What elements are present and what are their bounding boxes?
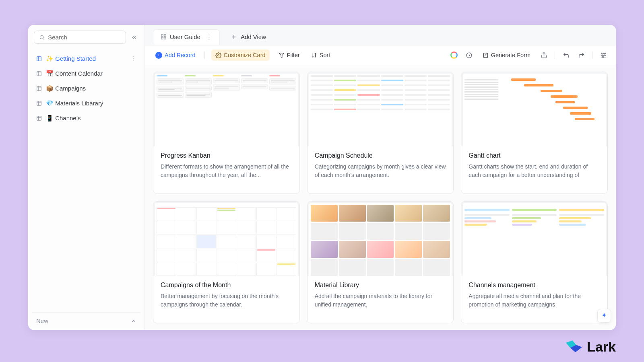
settings-icon — [600, 52, 607, 59]
customize-card-button[interactable]: Customize Card — [211, 49, 270, 61]
generate-form-label: Generate Form — [491, 52, 530, 58]
card-campaigns-of-month[interactable]: Campaigns of the Month Better management… — [153, 201, 300, 323]
card-gantt-chart[interactable]: Gantt chart Gantt charts show the start,… — [461, 72, 608, 194]
card-title: Channels management — [469, 282, 600, 289]
svg-rect-19 — [161, 37, 163, 39]
more-icon[interactable]: ⋮ — [130, 55, 136, 62]
sparkle-icon — [601, 312, 608, 319]
table-icon — [36, 56, 42, 62]
main-content: User Guide ⋮ ＋ Add View + Add Record Cus… — [145, 25, 616, 330]
sidebar-item-content-calendar[interactable]: 📅 Content Calendar ⋮ — [32, 66, 140, 81]
card-progress-kanban[interactable]: Progress Kanban Different formats to sho… — [153, 72, 300, 194]
toolbar: + Add Record Customize Card Filter Sort — [145, 45, 616, 65]
color-ring-icon — [450, 51, 458, 59]
sidebar-item-label: ✨ Getting Started — [46, 55, 96, 62]
sidebar-item-channels[interactable]: 📱 Channels ⋮ — [32, 111, 140, 125]
tab-user-guide[interactable]: User Guide ⋮ — [153, 29, 220, 45]
refresh-icon — [466, 52, 473, 59]
search-box[interactable] — [34, 31, 126, 44]
sidebar: ✨ Getting Started ⋮ 📅 Content Calendar ⋮… — [28, 25, 145, 330]
search-input[interactable] — [48, 34, 121, 41]
sidebar-item-label: 📱 Channels — [46, 115, 81, 122]
sidebar-item-label: 💎 Materials Libarary — [46, 100, 103, 107]
form-icon — [483, 52, 489, 58]
card-preview — [461, 72, 607, 146]
card-material-library[interactable]: Material Library Add all the campaign ma… — [307, 201, 454, 323]
brand-name: Lark — [587, 339, 616, 355]
customize-card-label: Customize Card — [224, 52, 266, 58]
svg-rect-14 — [37, 116, 41, 120]
refresh-button[interactable] — [465, 51, 474, 60]
gallery-view-icon — [161, 34, 167, 40]
card-preview — [308, 202, 454, 276]
tabs-bar: User Guide ⋮ ＋ Add View — [145, 25, 616, 45]
app-window: ✨ Getting Started ⋮ 📅 Content Calendar ⋮… — [28, 25, 616, 330]
sort-button[interactable]: Sort — [309, 50, 333, 60]
settings-button[interactable] — [599, 51, 608, 60]
add-view-button[interactable]: ＋ Add View — [223, 28, 273, 45]
plus-icon: ＋ — [230, 32, 237, 41]
ai-assistant-fab[interactable] — [597, 309, 611, 323]
svg-rect-20 — [164, 37, 166, 39]
svg-rect-2 — [37, 56, 41, 61]
card-grid: Progress Kanban Different formats to sho… — [145, 65, 616, 330]
table-icon — [36, 86, 42, 91]
add-record-button[interactable]: + Add Record — [153, 50, 198, 61]
card-title: Campaigns of the Month — [161, 282, 292, 289]
add-record-label: Add Record — [165, 52, 196, 58]
nav-list: ✨ Getting Started ⋮ 📅 Content Calendar ⋮… — [32, 51, 140, 312]
svg-line-1 — [43, 38, 44, 39]
card-preview — [153, 202, 299, 276]
filter-button[interactable]: Filter — [276, 50, 302, 60]
svg-point-21 — [217, 54, 219, 56]
generate-form-button[interactable]: Generate Form — [480, 50, 533, 60]
card-description: Different formats to show the arrangemen… — [161, 162, 292, 179]
svg-rect-17 — [161, 35, 163, 36]
svg-rect-24 — [483, 53, 487, 57]
undo-icon — [563, 52, 570, 59]
filter-label: Filter — [287, 52, 300, 58]
table-icon — [36, 115, 42, 121]
svg-point-29 — [602, 53, 603, 54]
sidebar-item-label: 📦 Campaigns — [46, 85, 86, 92]
card-preview — [308, 72, 454, 146]
card-description: Categorizing campaigns by month gives a … — [315, 162, 446, 179]
divider — [555, 51, 555, 59]
card-title: Gantt chart — [469, 152, 600, 159]
more-icon[interactable]: ⋮ — [206, 33, 212, 41]
add-view-label: Add View — [241, 33, 266, 40]
card-description: Gantt charts show the start, end and dur… — [469, 162, 600, 179]
svg-rect-18 — [164, 35, 166, 36]
redo-button[interactable] — [577, 51, 586, 60]
card-preview — [461, 202, 607, 276]
card-title: Material Library — [315, 282, 446, 289]
color-theme-button[interactable] — [450, 51, 458, 60]
share-button[interactable] — [539, 51, 548, 60]
collapse-sidebar-button[interactable] — [129, 33, 139, 42]
sidebar-item-getting-started[interactable]: ✨ Getting Started ⋮ — [32, 51, 140, 66]
svg-rect-5 — [37, 71, 41, 76]
table-icon — [36, 71, 42, 76]
chevron-double-left-icon — [131, 34, 137, 41]
lark-mark-icon — [565, 339, 583, 355]
sidebar-footer[interactable]: New — [32, 312, 140, 324]
card-campaign-schedule[interactable]: Campaign Schedule Categorizing campaigns… — [307, 72, 454, 194]
card-title: Progress Kanban — [161, 152, 292, 159]
svg-point-31 — [602, 56, 603, 58]
card-channels-management[interactable]: Channels management Aggregate all media … — [461, 201, 608, 323]
divider — [204, 51, 205, 59]
sidebar-item-campaigns[interactable]: 📦 Campaigns ⋮ — [32, 81, 140, 96]
card-title: Campaign Schedule — [315, 152, 446, 159]
card-description: Better management by focusing on the mon… — [161, 292, 292, 309]
sidebar-item-materials-library[interactable]: 💎 Materials Libarary ⋮ — [32, 96, 140, 111]
redo-icon — [578, 52, 585, 59]
svg-marker-22 — [279, 53, 284, 57]
filter-icon — [279, 52, 285, 58]
card-description: Aggregate all media channel and plan for… — [469, 292, 600, 309]
undo-button[interactable] — [561, 51, 570, 60]
card-preview — [153, 72, 299, 146]
svg-point-30 — [604, 55, 605, 56]
svg-point-0 — [40, 35, 43, 39]
sidebar-item-label: 📅 Content Calendar — [46, 70, 103, 77]
sort-icon — [311, 52, 317, 58]
